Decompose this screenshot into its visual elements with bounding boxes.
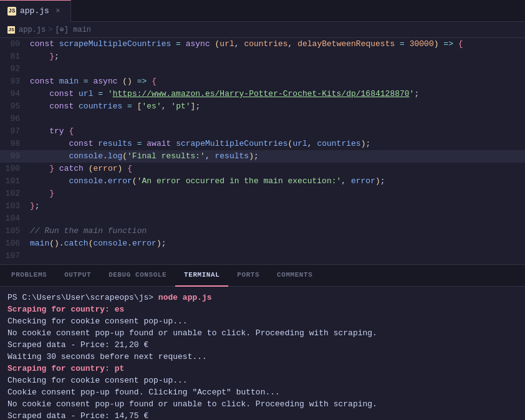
- panel-tabs: PROBLEMS OUTPUT DEBUG CONSOLE TERMINAL P…: [0, 265, 525, 287]
- breadcrumb: JS app.js > [⊕] main: [0, 22, 525, 38]
- terminal-line-5: Waiting 30 seconds before next request..…: [7, 351, 518, 363]
- terminal-line-7: Checking for cookie consent pop-up...: [7, 375, 518, 386]
- terminal-line-2: Checking for cookie consent pop-up...: [7, 315, 518, 327]
- code-line-103: 103 };: [0, 200, 525, 212]
- terminal-line-prompt1: PS C:\Users\User\scrapeops\js> node app.…: [7, 292, 518, 303]
- breadcrumb-symbol: [⊕] main: [55, 25, 91, 34]
- tab-comments[interactable]: COMMENTS: [268, 265, 321, 287]
- code-line-98: 98 const results = await scrapeMultipleC…: [0, 138, 525, 150]
- tab-close-button[interactable]: ×: [53, 6, 63, 16]
- code-line-96: 96: [0, 113, 525, 125]
- tab-terminal[interactable]: TERMINAL: [175, 265, 228, 287]
- code-line-99: 99 console.log('Final results:', results…: [0, 150, 525, 163]
- js-file-icon: JS: [7, 7, 16, 16]
- terminal-output[interactable]: PS C:\Users\User\scrapeops\js> node app.…: [0, 287, 525, 420]
- breadcrumb-file-icon: JS: [7, 26, 15, 34]
- code-line-97: 97 try {: [0, 125, 525, 138]
- tab-problems[interactable]: PROBLEMS: [2, 265, 55, 287]
- code-line-95: 95 const countries = ['es', 'pt'];: [0, 100, 525, 113]
- code-line-94: 94 const url = 'https://www.amazon.es/Ha…: [0, 88, 525, 100]
- code-area[interactable]: 80 const scrapeMultipleCountries = async…: [0, 38, 525, 264]
- terminal-line-9: No cookie consent pop-up found or unable…: [7, 398, 518, 410]
- code-line-107: 107: [0, 250, 525, 262]
- breadcrumb-file: app.js: [19, 26, 46, 34]
- terminal-line-8: Cookie consent pop-up found. Clicking "A…: [7, 386, 518, 398]
- tab-appjs[interactable]: JS app.js ×: [0, 0, 71, 22]
- code-line-100: 100 } catch (error) {: [0, 163, 525, 175]
- terminal-line-6: Scraping for country: pt: [7, 363, 518, 375]
- breadcrumb-sep: >: [48, 26, 52, 34]
- tab-debug-console[interactable]: DEBUG CONSOLE: [100, 265, 175, 287]
- tab-bar: JS app.js ×: [0, 0, 525, 22]
- terminal-line-4: Scraped data - Price: 21,20 €: [7, 339, 518, 351]
- code-line-102: 102 }: [0, 188, 525, 200]
- code-editor: 80 const scrapeMultipleCountries = async…: [0, 38, 525, 264]
- code-line-105: 105 // Run the main function: [0, 225, 525, 237]
- bottom-panel: PROBLEMS OUTPUT DEBUG CONSOLE TERMINAL P…: [0, 264, 525, 420]
- code-line-92: 92: [0, 63, 525, 75]
- code-line-80: 80 const scrapeMultipleCountries = async…: [0, 38, 525, 50]
- terminal-line-10: Scraped data - Price: 14,75 €: [7, 410, 518, 420]
- code-line-106: 106 main().catch(console.error);: [0, 237, 525, 250]
- tab-ports[interactable]: PORTS: [228, 265, 268, 287]
- code-line-81: 81 };: [0, 50, 525, 63]
- code-line-104: 104: [0, 212, 525, 225]
- code-line-93: 93 const main = async () => {: [0, 75, 525, 88]
- terminal-line-1: Scraping for country: es: [7, 303, 518, 315]
- tab-label: app.js: [20, 6, 49, 16]
- terminal-line-3: No cookie consent pop-up found or unable…: [7, 327, 518, 339]
- tab-output[interactable]: OUTPUT: [55, 265, 100, 287]
- code-line-101: 101 console.error('An error occurred in …: [0, 175, 525, 188]
